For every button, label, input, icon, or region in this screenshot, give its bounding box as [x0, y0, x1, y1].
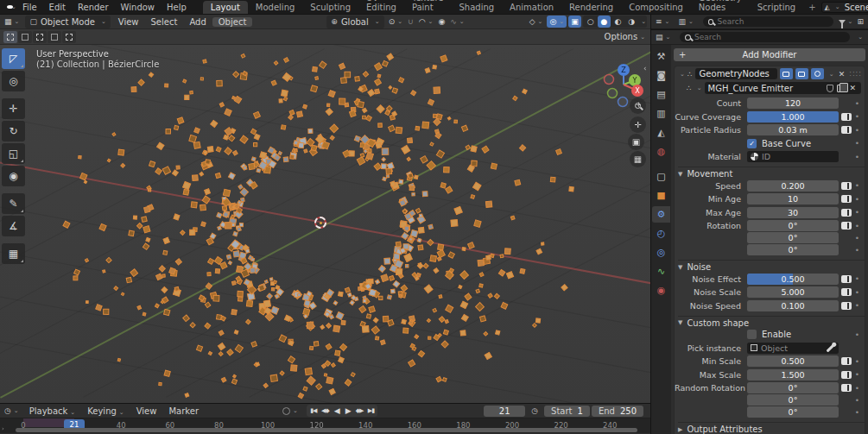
animate-decorator[interactable] [841, 195, 852, 203]
animate-decorator[interactable] [841, 222, 852, 230]
workspace-tab-animation[interactable]: Animation [502, 1, 561, 14]
collapse-icon[interactable]: ⌄ [680, 71, 685, 78]
sidebar-collapse-arrow[interactable]: ‹ [643, 64, 647, 72]
properties-tab-world[interactable]: ◍ [652, 143, 670, 160]
filter-icon[interactable] [839, 20, 846, 24]
properties-tab-physics[interactable]: ◴ [652, 225, 670, 242]
workspace-tab-sculpting[interactable]: Sculpting [302, 1, 358, 14]
scale-tool[interactable]: ◱ [2, 143, 25, 164]
select-mode-invert[interactable] [48, 31, 61, 43]
properties-tab-scene[interactable]: ◭ [652, 124, 670, 141]
viewport-menu-add[interactable]: Add [183, 17, 212, 27]
mode-dropdown[interactable]: ▢ Object Mode ⌄ [25, 16, 110, 28]
properties-search-input[interactable] [694, 33, 845, 41]
axis-neg-z[interactable] [618, 97, 628, 107]
cursor-tool[interactable]: ◎ [2, 71, 25, 91]
zoom-button[interactable] [630, 97, 646, 114]
workspace-tab-scripting[interactable]: Scripting [750, 1, 803, 14]
properties-tab-constraints[interactable]: ◎ [652, 244, 670, 261]
section-noise[interactable]: ▼Noise [678, 260, 865, 271]
enable-checkbox[interactable] [747, 330, 757, 339]
properties-tab-object[interactable]: ■ [652, 187, 670, 204]
show-overlays-toggle[interactable]: ◎⌄ [547, 16, 567, 28]
curve-coverage-field[interactable]: 1.000 [747, 111, 839, 123]
axis-neg-x[interactable] [605, 75, 614, 85]
timeline-scrollbar[interactable] [16, 428, 637, 432]
play-button[interactable]: ▶ [343, 406, 353, 415]
section-movement[interactable]: ▼Movement [678, 167, 865, 178]
select-mode-intersect[interactable] [62, 31, 76, 43]
rotation-field-y[interactable]: 0° [747, 232, 839, 243]
xray-toggle[interactable]: ▣ [568, 16, 581, 28]
properties-tab-data[interactable]: ∿ [652, 263, 670, 280]
frame-end-field[interactable]: End250 [592, 406, 643, 417]
select-mode-new[interactable] [3, 31, 17, 43]
rendered-shading-button[interactable]: ◑ [624, 16, 638, 28]
timeline-editor-selector[interactable]: ◷⌄ [0, 405, 23, 418]
menu-marker[interactable]: Marker [162, 406, 205, 416]
workspace-tab-compositing[interactable]: Compositing [621, 1, 691, 14]
animate-decorator[interactable] [841, 275, 852, 283]
max-scale-field[interactable]: 1.500 [747, 369, 839, 381]
workspace-tab-rendering[interactable]: Rendering [561, 1, 621, 14]
properties-tab-tool[interactable]: ⚒ [652, 48, 670, 65]
show-gizmo-toggle[interactable]: ◇⌄ [527, 16, 546, 28]
realtime-display-toggle[interactable] [795, 68, 808, 79]
menu-keying[interactable]: Keying⌄ [81, 406, 130, 416]
select-mode-extend[interactable] [18, 31, 32, 43]
workspace-tab-layout[interactable]: Layout [203, 1, 248, 14]
rotation-field-x[interactable]: 0° [747, 220, 839, 231]
duplicate-node-group-icon[interactable] [837, 85, 844, 92]
min-scale-field[interactable]: 0.500 [747, 355, 839, 367]
node-group-selector[interactable]: MGH_Curve Emitter ✕ [705, 82, 861, 94]
animate-decorator[interactable] [841, 371, 852, 379]
section-output-attributes[interactable]: ▶Output Attributes [678, 422, 865, 433]
random-rotation-field-x[interactable]: 0° [747, 382, 839, 393]
animate-decorator[interactable] [841, 288, 852, 296]
section-custom-shape[interactable]: ▼Custom shape [678, 316, 865, 327]
noise-speed-field[interactable]: 0.100 [747, 300, 839, 311]
animate-decorator[interactable] [841, 357, 852, 365]
pan-button[interactable]: ✛ [630, 116, 646, 133]
next-keyframe-button[interactable]: ◆▶ [354, 407, 365, 414]
falloff-dropdown[interactable]: ∿⌄ [447, 16, 466, 28]
properties-tab-modifiers[interactable]: ⚙ [652, 206, 670, 223]
scene-selector[interactable]: ◭ ⌄ Scene ⊸ ✕ [821, 2, 868, 13]
menu-window[interactable]: Window [115, 3, 161, 12]
noise-scale-field[interactable]: 5.000 [747, 286, 839, 298]
particle-radius-field[interactable]: 0.03 m [747, 124, 839, 135]
outliner-editor-selector[interactable]: ≡⌄ [651, 16, 674, 28]
wireframe-shading-button[interactable]: ○ [584, 16, 598, 28]
speed-field[interactable]: 0.200 [747, 180, 839, 192]
animate-decorator[interactable] [841, 126, 852, 134]
use-preview-range-icon[interactable]: ◷ [527, 405, 542, 418]
min-age-field[interactable]: 10 [747, 193, 839, 204]
menu-help[interactable]: Help [161, 3, 193, 12]
snapping-dropdown[interactable]: ◠⌄ [416, 16, 436, 28]
drag-handle-icon[interactable]: :::: [849, 70, 862, 78]
viewport-menu-view[interactable]: View [112, 17, 145, 27]
fake-user-icon[interactable] [827, 85, 833, 92]
properties-tab-render[interactable]: ◙ [652, 67, 670, 84]
animate-decorator[interactable] [841, 182, 852, 190]
menu-playback[interactable]: Playback⌄ [23, 406, 82, 416]
workspace-tab-modeling[interactable]: Modeling [248, 1, 303, 14]
animate-decorator[interactable] [841, 209, 852, 217]
play-reverse-button[interactable]: ◀ [332, 406, 342, 415]
count-field[interactable]: 120 [747, 97, 839, 109]
viewport-canvas[interactable] [31, 45, 650, 403]
properties-editor-selector[interactable]: ▤⌄ [651, 31, 675, 44]
workspace-tab-shading[interactable]: Shading [451, 1, 502, 14]
add-workspace-button[interactable]: + [803, 1, 820, 14]
solid-shading-button[interactable]: ● [598, 16, 611, 28]
viewport-3d[interactable]: User Perspective (21) Collection | Bézie… [0, 45, 650, 403]
outliner-display-mode[interactable]: ▥⌄ [674, 16, 697, 28]
axis-neg-y[interactable] [608, 89, 618, 98]
modifier-name-field[interactable]: GeometryNodes [695, 68, 777, 79]
base-curve-checkbox[interactable]: ✓ [747, 139, 757, 148]
snap-toggle[interactable]: ∪ [405, 16, 416, 28]
animate-decorator[interactable] [841, 113, 852, 121]
workspace-tab-geometry-nodes[interactable]: Geometry Nodes [691, 0, 750, 14]
annotate-tool[interactable]: ✎ [2, 193, 25, 214]
properties-tab-material[interactable]: ◉ [652, 282, 670, 299]
